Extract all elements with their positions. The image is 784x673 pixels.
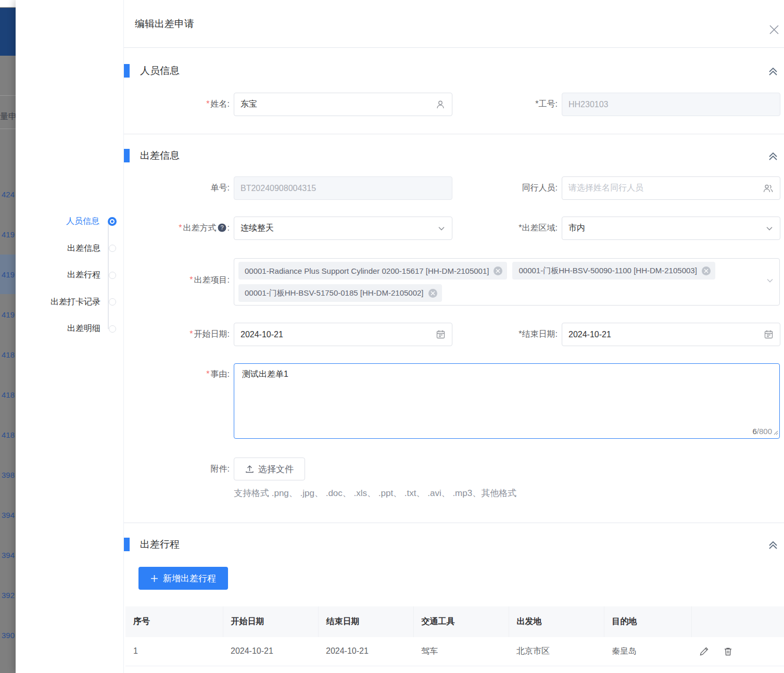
anchor-nav-label: 人员信息: [66, 216, 99, 227]
name-value: 东宝: [241, 99, 431, 110]
calendar-icon: [764, 329, 774, 339]
collapse-icon[interactable]: [767, 539, 779, 553]
people-icon: [763, 183, 774, 194]
background-row-number: 398: [0, 471, 15, 479]
table-header-cell: 交通工具: [413, 606, 509, 637]
employee-id-input: HH230103: [562, 93, 780, 116]
background-sidebar-fragment: [0, 8, 16, 56]
collapse-icon[interactable]: [767, 66, 779, 79]
background-row-number: 418: [0, 390, 15, 399]
anchor-nav-label: 出差行程: [67, 270, 100, 281]
background-row-number: 418: [0, 350, 15, 359]
table-cell: 1: [125, 637, 223, 666]
table-cell: 秦皇岛: [604, 637, 691, 666]
trip-area-select[interactable]: 市内: [562, 217, 780, 240]
trip-mode-label: *出差方式?:: [124, 223, 234, 234]
attachment-hint: 支持格式 .png、 .jpg、 .doc、 .xls、 .ppt、 .txt、…: [124, 487, 784, 499]
plus-icon: [150, 575, 158, 582]
end-date-input[interactable]: 2024-10-21: [562, 323, 780, 346]
help-icon[interactable]: ?: [218, 223, 226, 234]
section-marker: [124, 64, 130, 78]
table-header-cell: 结束日期: [318, 606, 413, 637]
step-dot: [109, 272, 116, 279]
table-cell: 2024-10-21: [318, 637, 413, 666]
delete-row-icon[interactable]: [723, 646, 733, 656]
choose-file-button[interactable]: 选择文件: [234, 458, 305, 480]
section-title-personnel: 人员信息: [140, 64, 180, 78]
close-icon[interactable]: [767, 23, 781, 36]
project-tag: 00001-门板HH-BSV-50090-1100 [HH-DM-2105003…: [512, 262, 715, 280]
project-tag-label: 00001-门板HH-BSV-51750-0185 [HH-DM-2105002…: [245, 288, 424, 298]
project-tag-label: 00001-门板HH-BSV-50090-1100 [HH-DM-2105003…: [519, 266, 697, 276]
step-dot: [109, 325, 116, 333]
resize-handle-icon[interactable]: [773, 428, 778, 437]
section-trip-info: 出差信息 单号: BT20240908004315 同行人员: 请选择姓名同行人…: [124, 134, 784, 523]
background-divider: [0, 129, 16, 129]
calendar-icon: [436, 329, 446, 339]
dimmed-background-strip: 量申 424419419419418418418398394394392390: [0, 0, 16, 673]
background-row-number: 424: [0, 190, 15, 199]
table-header-cell: 目的地: [604, 606, 691, 637]
order-no-label: 单号:: [124, 183, 234, 194]
anchor-nav-item[interactable]: 出差打卡记录: [16, 289, 123, 316]
background-row-number: 392: [0, 591, 15, 600]
projects-label: *出差项目:: [124, 258, 234, 286]
anchor-nav-item[interactable]: 出差明细: [16, 315, 123, 342]
employee-id-value: HH230103: [568, 100, 774, 109]
reason-label: *事由:: [124, 363, 234, 380]
background-row-number: 419: [0, 230, 15, 239]
table-row: 12024-10-212024-10-21驾车北京市区秦皇岛: [125, 637, 784, 666]
anchor-nav-item[interactable]: 出差行程: [16, 262, 123, 289]
chevron-down-icon: [437, 224, 446, 233]
anchor-nav-item[interactable]: 人员信息: [16, 208, 123, 235]
project-tag: 00001-门板HH-BSV-51750-0185 [HH-DM-2105002…: [238, 284, 442, 302]
table-header-cell: 序号: [125, 606, 223, 637]
tag-close-icon[interactable]: [428, 289, 437, 298]
table-header-cell: [691, 606, 784, 637]
anchor-nav-label: 出差明细: [67, 323, 100, 334]
attachment-label: 附件:: [124, 464, 234, 475]
order-no-input: BT20240908004315: [234, 176, 452, 200]
companions-input[interactable]: 请选择姓名同行人员: [562, 176, 780, 200]
table-header-cell: 出发地: [509, 606, 604, 637]
collapse-icon[interactable]: [767, 150, 779, 164]
anchor-nav-item[interactable]: 出差信息: [16, 235, 123, 262]
background-row-number: 419: [0, 270, 15, 279]
background-partial-text: 量申: [0, 111, 16, 122]
project-tag-label: 00001-Radiance Plus Support Cylinder 020…: [245, 266, 489, 275]
section-itinerary: 出差行程 新增出差行程 序号开始日期结束日期交通工具出发地目的地 12024-1…: [124, 523, 784, 666]
companions-placeholder: 请选择姓名同行人员: [568, 183, 758, 194]
section-marker: [124, 149, 130, 162]
section-marker: [124, 538, 130, 551]
trip-mode-value: 连续整天: [241, 223, 433, 234]
tag-close-icon[interactable]: [702, 266, 711, 275]
active-step-dot: [108, 217, 117, 226]
modal-title: 编辑出差申请: [135, 17, 194, 31]
anchor-rail: 人员信息出差信息出差行程出差打卡记录出差明细: [16, 0, 123, 673]
start-date-label: *开始日期:: [124, 329, 234, 340]
trip-area-value: 市内: [568, 223, 761, 234]
start-date-input[interactable]: 2024-10-21: [234, 323, 452, 346]
order-no-value: BT20240908004315: [241, 184, 446, 193]
table-cell: 北京市区: [509, 637, 604, 666]
project-tag: 00001-Radiance Plus Support Cylinder 020…: [238, 262, 507, 280]
projects-multiselect[interactable]: 00001-Radiance Plus Support Cylinder 020…: [234, 258, 780, 306]
name-input[interactable]: 东宝: [234, 93, 452, 116]
anchor-nav: 人员信息出差信息出差行程出差打卡记录出差明细: [16, 208, 123, 342]
background-row-number: 390: [0, 631, 15, 640]
table-cell: 2024-10-21: [223, 637, 318, 666]
person-icon: [435, 99, 446, 110]
reason-textarea[interactable]: 测试出差单1 6/800: [234, 363, 780, 439]
tag-close-icon[interactable]: [494, 266, 502, 275]
step-dot: [109, 298, 116, 306]
modal-main: 编辑出差申请 人员信息 *姓名: 东宝: [123, 0, 784, 673]
add-itinerary-button[interactable]: 新增出差行程: [138, 567, 228, 590]
edit-row-icon[interactable]: [699, 646, 709, 656]
end-date-value: 2024-10-21: [568, 330, 760, 339]
upload-icon: [245, 465, 254, 474]
section-title-itinerary: 出差行程: [140, 538, 180, 551]
background-row-number: 394: [0, 551, 15, 560]
chevron-down-icon: [766, 276, 774, 287]
trip-mode-select[interactable]: 连续整天: [234, 217, 452, 240]
table-cell: 驾车: [413, 637, 509, 666]
